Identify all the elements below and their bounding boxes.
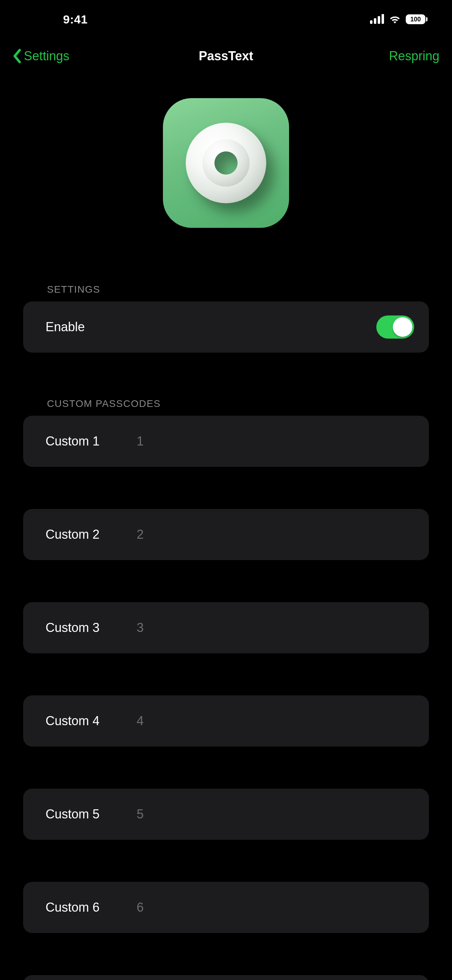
cellular-icon (370, 15, 384, 24)
passcode-label: Custom 6 (46, 900, 137, 915)
back-label: Settings (24, 49, 69, 64)
battery-icon: 100 (406, 14, 428, 24)
respring-button[interactable]: Respring (389, 49, 439, 64)
section-header-passcodes: CUSTOM PASSCODES (23, 391, 429, 416)
passcode-label: Custom 3 (46, 620, 137, 635)
chevron-left-icon (13, 49, 22, 64)
passcode-cell[interactable]: Custom 5 (23, 789, 429, 840)
app-icon (163, 98, 289, 228)
passcode-label: Custom 5 (46, 807, 137, 822)
section-header-settings: SETTINGS (23, 277, 429, 301)
status-bar: 9:41 100 (0, 0, 452, 38)
passcode-input[interactable] (137, 714, 414, 728)
passcode-input[interactable] (137, 620, 414, 635)
enable-cell[interactable]: Enable (23, 301, 429, 353)
wifi-icon (389, 15, 401, 24)
battery-level: 100 (410, 16, 421, 23)
torus-icon (186, 123, 266, 203)
passcode-input[interactable] (137, 527, 414, 542)
passcode-label: Custom 2 (46, 527, 137, 542)
enable-toggle[interactable] (376, 315, 414, 339)
passcode-label: Custom 4 (46, 714, 137, 728)
passcode-cell[interactable]: Custom 6 (23, 882, 429, 933)
passcode-cell[interactable]: Custom 3 (23, 602, 429, 653)
passcode-input[interactable] (137, 807, 414, 822)
passcode-input[interactable] (137, 900, 414, 915)
passcode-cell[interactable]: Custom 7 (23, 975, 429, 980)
passcode-cell[interactable]: Custom 2 (23, 509, 429, 560)
back-button[interactable]: Settings (13, 49, 69, 64)
passcode-label: Custom 1 (46, 434, 137, 449)
passcode-input[interactable] (137, 434, 414, 449)
content: SETTINGS Enable CUSTOM PASSCODES Custom … (0, 277, 452, 980)
screen: 9:41 100 Settings PassText Respring (0, 0, 452, 980)
status-right: 100 (370, 14, 428, 24)
passcode-cell[interactable]: Custom 1 (23, 416, 429, 467)
enable-label: Enable (46, 320, 137, 334)
status-time: 9:41 (63, 13, 88, 26)
passcode-cell[interactable]: Custom 4 (23, 695, 429, 746)
hero (0, 73, 452, 277)
nav-bar: Settings PassText Respring (0, 38, 452, 73)
